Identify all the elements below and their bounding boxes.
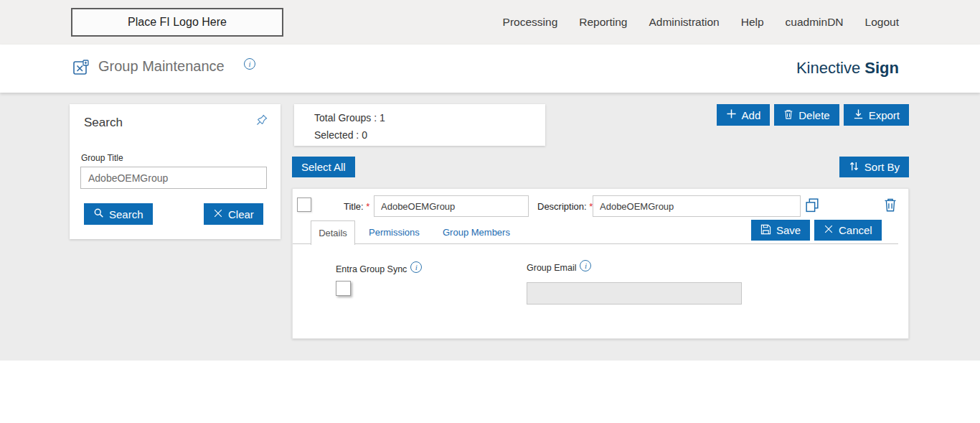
page-title-info-icon[interactable]: i bbox=[244, 58, 255, 70]
copy-group-button[interactable] bbox=[804, 197, 821, 215]
cancel-button-label: Cancel bbox=[839, 224, 872, 236]
add-button-label: Add bbox=[742, 109, 761, 121]
select-all-label: Select All bbox=[301, 161, 346, 173]
entra-group-sync-info-icon[interactable]: i bbox=[410, 261, 422, 273]
group-row-checkbox[interactable] bbox=[297, 197, 311, 212]
tab-permissions[interactable]: Permissions bbox=[369, 227, 420, 238]
export-button-label: Export bbox=[869, 109, 900, 121]
sort-by-label: Sort By bbox=[864, 161, 900, 173]
top-bar: Place FI Logo Here Processing Reporting … bbox=[0, 0, 980, 45]
nav-item-reporting[interactable]: Reporting bbox=[579, 16, 627, 29]
group-title-label: Group Title bbox=[81, 153, 123, 163]
title-label-text: Title: bbox=[344, 201, 364, 212]
copy-icon bbox=[804, 205, 821, 215]
selected-count: Selected : 0 bbox=[314, 129, 367, 141]
nav-item-username[interactable]: cuadminDN bbox=[786, 16, 844, 29]
page-title: Group Maintenance bbox=[98, 58, 225, 75]
search-icon bbox=[93, 208, 104, 220]
delete-button[interactable]: Delete bbox=[774, 104, 839, 126]
search-button-label: Search bbox=[109, 208, 143, 220]
add-button[interactable]: Add bbox=[717, 104, 771, 126]
summary-panel: Total Groups : 1 Selected : 0 bbox=[294, 104, 545, 146]
save-button[interactable]: Save bbox=[751, 220, 810, 241]
sort-by-button[interactable]: Sort By bbox=[839, 157, 909, 177]
nav-item-help[interactable]: Help bbox=[741, 16, 764, 29]
fi-logo-placeholder: Place FI Logo Here bbox=[71, 8, 283, 37]
export-button[interactable]: Export bbox=[844, 104, 909, 126]
select-all-button[interactable]: Select All bbox=[292, 157, 355, 177]
total-groups-count: Total Groups : 1 bbox=[314, 112, 385, 124]
group-email-input bbox=[527, 282, 742, 305]
group-maintenance-icon bbox=[72, 59, 90, 79]
group-email-label-row: Group Email i bbox=[527, 263, 591, 273]
group-email-label: Group Email bbox=[527, 263, 576, 273]
search-button[interactable]: Search bbox=[84, 203, 153, 225]
download-icon bbox=[853, 108, 864, 121]
save-button-label: Save bbox=[776, 224, 801, 236]
main-content: Search Group Title Search bbox=[0, 93, 980, 361]
tab-group-members[interactable]: Group Members bbox=[443, 227, 510, 238]
search-panel-title: Search bbox=[84, 116, 123, 130]
entra-group-sync-label: Entra Group Sync bbox=[336, 264, 407, 274]
trash-icon bbox=[783, 108, 793, 122]
description-input[interactable] bbox=[593, 195, 801, 217]
title-required-mark: * bbox=[366, 201, 369, 212]
plus-icon bbox=[726, 108, 737, 121]
tab-details[interactable]: Details bbox=[311, 220, 355, 245]
group-email-info-icon[interactable]: i bbox=[580, 260, 591, 271]
brand-name: Kinective bbox=[796, 59, 860, 77]
top-navigation: Processing Reporting Administration Help… bbox=[503, 0, 899, 45]
entra-group-sync-checkbox[interactable] bbox=[336, 281, 351, 296]
entra-group-sync-label-row: Entra Group Sync i bbox=[336, 264, 422, 274]
clear-button-label: Clear bbox=[228, 208, 254, 220]
group-title-search-input[interactable] bbox=[80, 167, 267, 189]
search-panel: Search Group Title Search bbox=[70, 104, 281, 239]
sort-icon bbox=[849, 161, 859, 174]
description-label-text: Description: bbox=[537, 201, 587, 212]
sub-header: Group Maintenance i Kinective Sign bbox=[0, 45, 980, 93]
clear-button[interactable]: Clear bbox=[204, 203, 263, 225]
group-actions-toolbar: Add Delete Export bbox=[717, 104, 909, 126]
nav-item-administration[interactable]: Administration bbox=[649, 16, 719, 29]
nav-item-processing[interactable]: Processing bbox=[503, 16, 558, 29]
clear-x-icon bbox=[213, 208, 223, 220]
group-row-editor: Title: * Description: * bbox=[292, 188, 909, 339]
cancel-x-icon bbox=[824, 224, 834, 236]
brand-logo: Kinective Sign bbox=[796, 59, 899, 78]
row-trash-icon bbox=[883, 204, 897, 215]
delete-group-row-button[interactable] bbox=[883, 197, 897, 215]
delete-button-label: Delete bbox=[798, 109, 829, 121]
pin-icon[interactable] bbox=[255, 113, 269, 130]
title-input[interactable] bbox=[374, 195, 529, 217]
cancel-button[interactable]: Cancel bbox=[814, 220, 882, 241]
group-maintenance-page: Place FI Logo Here Processing Reporting … bbox=[0, 0, 980, 423]
description-field-label: Description: * bbox=[537, 201, 593, 212]
nav-item-logout[interactable]: Logout bbox=[865, 16, 899, 29]
save-floppy-icon bbox=[760, 224, 771, 237]
brand-suffix: Sign bbox=[864, 59, 899, 77]
title-field-label: Title: * bbox=[344, 201, 369, 212]
